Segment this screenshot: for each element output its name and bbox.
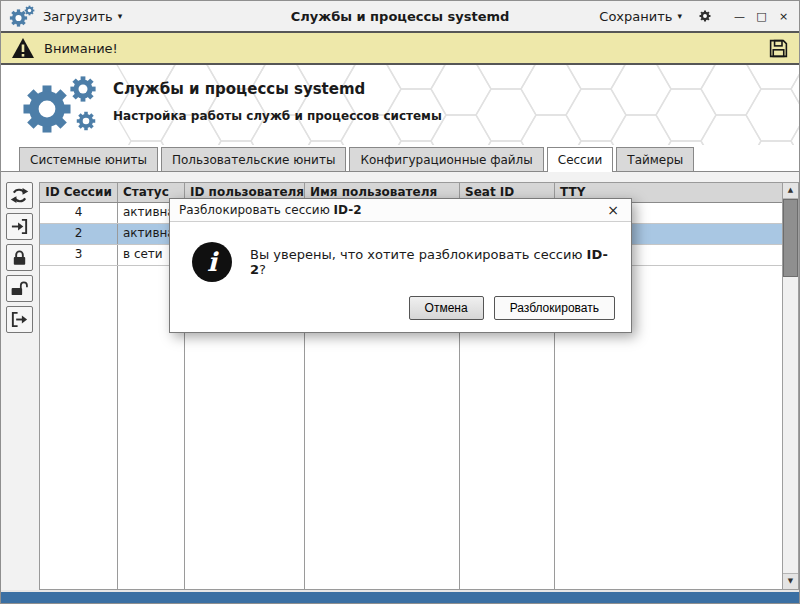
warning-bar: Внимание! [1, 31, 799, 65]
refresh-button[interactable] [6, 182, 33, 209]
title-bar: Загрузить ▾ Службы и процессы systemd Со… [1, 1, 799, 31]
column-header-0[interactable]: ID Сессии [40, 183, 118, 202]
lock-button[interactable] [6, 244, 33, 271]
dialog-title-bar: Разблокировать сессию ID-2 × [170, 199, 631, 222]
unlock-session-dialog: Разблокировать сессию ID-2 × i Вы уверен… [169, 198, 632, 333]
warning-text: Внимание! [44, 41, 118, 56]
app-icon-gears [9, 4, 35, 28]
dialog-close-icon[interactable]: × [604, 202, 622, 218]
minimize-button[interactable]: — [732, 10, 747, 23]
info-icon: i [192, 242, 232, 282]
app-logo-gears [17, 74, 109, 136]
login-button[interactable] [6, 213, 33, 240]
maximize-button[interactable]: □ [754, 10, 769, 23]
login-icon [10, 217, 29, 236]
app-header: Службы и процессы systemd Настройка рабо… [1, 65, 799, 145]
lock-icon [10, 248, 29, 267]
load-menu-label: Загрузить [43, 9, 113, 24]
cell-session_id: 2 [40, 224, 118, 244]
settings-gear-icon[interactable] [694, 5, 716, 27]
window-title: Службы и процессы systemd [219, 9, 581, 24]
dialog-body: i Вы уверены, что хотите разблокировать … [170, 222, 631, 332]
tab-bar: Системные юнитыПользовательские юнитыКон… [1, 145, 799, 172]
dialog-message: Вы уверены, что хотите разблокировать се… [250, 247, 609, 277]
unlock-icon [9, 279, 30, 298]
tab-timers[interactable]: Таймеры [616, 147, 694, 171]
dialog-title: Разблокировать сессию ID-2 [179, 203, 362, 217]
tab-sessions[interactable]: Сессии [547, 147, 614, 172]
cell-session_id: 3 [40, 245, 118, 265]
page-title: Службы и процессы systemd [113, 80, 442, 98]
load-menu-button[interactable]: Загрузить ▾ [43, 9, 122, 24]
page-subtitle: Настройка работы служб и процессов систе… [113, 109, 442, 123]
cell-session_id: 4 [40, 203, 118, 223]
scrollbar-track[interactable] [783, 277, 798, 573]
tab-config-files[interactable]: Конфигурационные файлы [349, 147, 543, 171]
save-menu-button[interactable]: Сохранить ▾ [599, 9, 682, 24]
app-window: Загрузить ▾ Службы и процессы systemd Со… [0, 0, 800, 604]
filler-col-0 [40, 266, 118, 589]
chevron-down-icon: ▾ [118, 12, 123, 21]
status-progress-bar [1, 590, 799, 603]
unlock-button[interactable] [6, 275, 33, 302]
warning-triangle-icon [11, 37, 35, 59]
scroll-down-icon[interactable]: ▼ [783, 573, 798, 589]
tab-system-units[interactable]: Системные юниты [19, 147, 158, 171]
scroll-up-icon[interactable]: ▲ [783, 183, 798, 199]
unlock-confirm-button[interactable]: Разблокировать [494, 296, 615, 320]
logout-button[interactable] [6, 306, 33, 333]
chevron-down-icon: ▾ [677, 12, 682, 21]
tab-user-units[interactable]: Пользовательские юниты [161, 147, 346, 171]
side-toolbar [1, 172, 39, 590]
save-menu-label: Сохранить [599, 9, 672, 24]
vertical-scrollbar[interactable]: ▲ ▼ [782, 182, 799, 590]
logout-icon [10, 310, 29, 329]
refresh-icon [10, 186, 29, 205]
scrollbar-thumb[interactable] [783, 199, 798, 277]
close-button[interactable]: × [776, 10, 791, 23]
cancel-button[interactable]: Отмена [409, 296, 484, 320]
save-floppy-icon[interactable] [768, 38, 789, 59]
